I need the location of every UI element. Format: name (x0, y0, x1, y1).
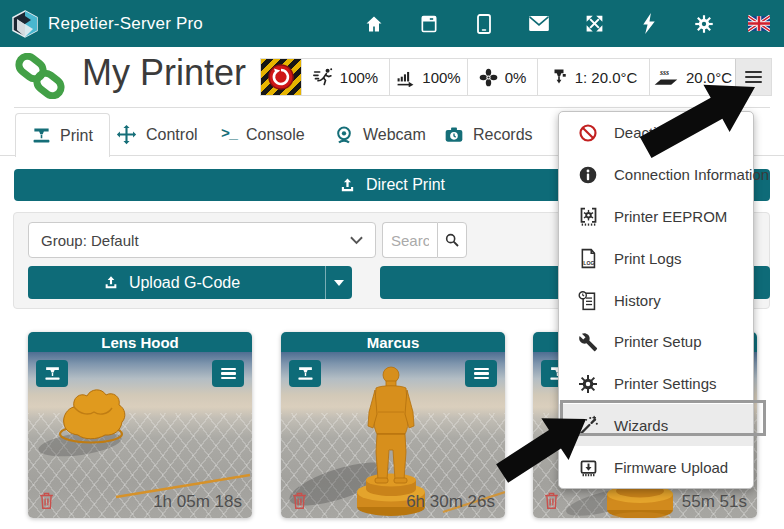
card-print-button[interactable] (36, 360, 68, 387)
upload-gcode-button[interactable]: Upload G-Code (28, 266, 352, 299)
extruder-icon (550, 67, 568, 87)
upload-gcode-main[interactable]: Upload G-Code (28, 266, 315, 299)
records-tab-icon (444, 125, 464, 145)
page-title: My Printer (82, 52, 246, 94)
card-title: Marcus (281, 332, 505, 352)
mail-icon[interactable] (528, 13, 550, 35)
menu-item-printer-setup[interactable]: Printer Setup (559, 321, 753, 363)
menu-item-label: Wizards (614, 417, 668, 434)
menu-item-deactivate[interactable]: Deactivate (559, 112, 753, 154)
repetier-server-app: Repetier-Server Pro (0, 0, 784, 529)
tab-console[interactable]: >_ Console (205, 113, 321, 156)
chevron-down-icon (350, 236, 363, 245)
app-logo (12, 10, 38, 38)
menu-item-printer-settings[interactable]: Printer Settings (559, 363, 753, 405)
card-title: Lens Hood (28, 332, 252, 352)
direct-print-label: Direct Print (366, 176, 445, 194)
group-select-value: Group: Default (41, 232, 139, 249)
print-logs-icon: LOG (576, 248, 600, 269)
bolt-icon[interactable] (638, 13, 660, 35)
header-divider (14, 107, 770, 108)
hamburger-icon (474, 366, 489, 382)
delete-trash-icon[interactable] (38, 490, 55, 511)
wrench-icon (576, 332, 600, 352)
card-print-button[interactable] (289, 360, 321, 387)
print-time: 1h 05m 18s (153, 492, 242, 512)
caret-down-icon (334, 280, 344, 286)
gcode-card-marcus: Marcus (281, 332, 505, 518)
model-preview[interactable]: 1h 05m 18s (28, 352, 252, 518)
console-tab-icon: >_ (221, 126, 237, 143)
printer-menu-button[interactable] (735, 59, 771, 95)
search-group (382, 222, 467, 258)
extruder-temp-indicator[interactable]: 1: 20.0°C (537, 59, 649, 95)
search-button[interactable] (437, 222, 467, 258)
tab-control[interactable]: Control (100, 113, 214, 156)
print-tab-icon (32, 126, 51, 145)
menu-item-print-logs[interactable]: LOG Print Logs (559, 237, 753, 279)
group-select[interactable]: Group: Default (28, 222, 376, 258)
emergency-stop-button[interactable] (261, 59, 301, 95)
magic-wand-icon (576, 415, 600, 436)
upload-gcode-label: Upload G-Code (129, 274, 240, 292)
home-icon[interactable] (363, 13, 385, 35)
navbar: Repetier-Server Pro (0, 0, 784, 47)
card-menu-button[interactable] (212, 360, 244, 387)
info-icon (576, 165, 600, 185)
deactivate-icon (576, 123, 600, 143)
svg-text:sss: sss (659, 68, 669, 77)
arrows-icon[interactable] (583, 13, 605, 35)
menu-item-label: Print Logs (614, 250, 682, 267)
printer-link-status-icon (14, 53, 66, 99)
bed-temp-value: 20.0°C (686, 69, 732, 86)
delete-trash-icon[interactable] (543, 490, 560, 511)
app-title: Repetier-Server Pro (48, 14, 203, 34)
menu-item-label: History (614, 292, 661, 309)
navbar-icons (363, 0, 770, 47)
print-time: 55m 51s (682, 492, 747, 512)
menu-item-label: Printer Setup (614, 333, 702, 350)
tab-print-label: Print (60, 127, 93, 145)
menu-item-wizards[interactable]: Wizards (559, 404, 753, 446)
tab-console-label: Console (246, 126, 305, 144)
bed-temp-indicator[interactable]: sss 20.0°C (649, 59, 735, 95)
card-menu-button[interactable] (465, 360, 497, 387)
fan-value: 0% (505, 69, 527, 86)
menu-item-printer-eeprom[interactable]: Printer EEPROM (559, 196, 753, 238)
menu-item-firmware-upload[interactable]: Firmware Upload (559, 446, 753, 488)
search-icon (444, 232, 460, 248)
printer-statusbar: 100% 100% 0% 1: 20.0°C sss 20.0°C (260, 58, 772, 96)
upload-gcode-dropdown-toggle[interactable] (325, 266, 352, 299)
tab-webcam[interactable]: Webcam (318, 113, 442, 156)
menu-item-connection-information[interactable]: Connection Information (559, 154, 753, 196)
flow-indicator[interactable]: 100% (389, 59, 467, 95)
language-flag-uk-icon[interactable] (748, 13, 770, 35)
fan-indicator[interactable]: 0% (467, 59, 537, 95)
tab-print[interactable]: Print (15, 113, 110, 157)
fan-icon (479, 68, 498, 87)
delete-trash-icon[interactable] (291, 490, 308, 511)
tab-records[interactable]: Records (428, 113, 549, 156)
tab-control-label: Control (146, 126, 198, 144)
tab-webcam-label: Webcam (363, 126, 426, 144)
model-preview[interactable]: 6h 30m 26s (281, 352, 505, 518)
print-time: 6h 30m 26s (406, 492, 495, 512)
printer-icon[interactable] (418, 13, 440, 35)
speed-icon (313, 67, 333, 87)
brand[interactable]: Repetier-Server Pro (12, 10, 203, 38)
mobile-icon[interactable] (473, 13, 495, 35)
menu-item-label: Deactivate (614, 124, 685, 141)
hamburger-icon (221, 366, 236, 382)
menu-item-label: Firmware Upload (614, 459, 728, 476)
menu-item-history[interactable]: History (559, 279, 753, 321)
search-input[interactable] (382, 222, 437, 258)
extruder-temp-value: 1: 20.0°C (575, 69, 638, 86)
flow-value: 100% (422, 69, 460, 86)
heated-bed-icon: sss (653, 66, 679, 88)
speed-indicator[interactable]: 100% (301, 59, 389, 95)
gear-icon[interactable] (693, 13, 715, 35)
firmware-upload-icon (576, 457, 600, 478)
menu-item-label: Printer EEPROM (614, 208, 727, 225)
hamburger-icon (745, 68, 762, 86)
menu-item-label: Connection Information (614, 166, 769, 183)
